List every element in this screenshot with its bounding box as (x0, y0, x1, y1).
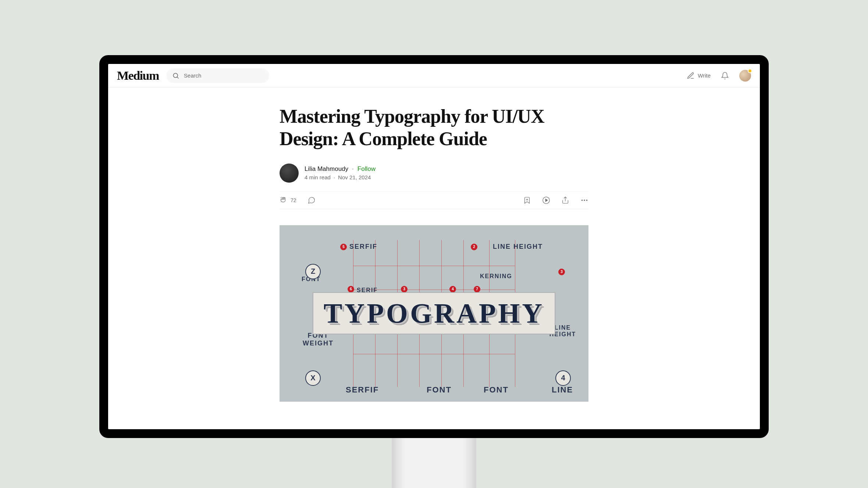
read-time: 4 min read (305, 174, 331, 180)
author-avatar[interactable] (280, 164, 299, 183)
svg-line-1 (177, 77, 179, 78)
write-button[interactable]: Write (687, 72, 711, 80)
bookmark-button[interactable] (523, 196, 531, 204)
bell-icon (721, 72, 729, 80)
svg-point-0 (173, 73, 178, 78)
follow-button[interactable]: Follow (357, 165, 376, 173)
article-scroll[interactable]: Mastering Typography for UI/UX Design: A… (108, 87, 760, 429)
logo[interactable]: Medium (117, 69, 159, 83)
comment-icon (307, 196, 316, 204)
screen: Medium Write (108, 64, 760, 429)
topbar: Medium Write (108, 64, 760, 87)
byline: Lilia Mahmoudy · Follow 4 min read · Nov… (280, 164, 588, 183)
clap-icon (280, 196, 288, 204)
write-icon (687, 72, 695, 80)
publish-date: Nov 21, 2024 (338, 174, 371, 180)
monitor-stand (392, 438, 476, 488)
hero-image: SERFIF LINE HEIGHT FONT SERIF KERNING FO… (280, 225, 588, 402)
engagement-bar: 72 (280, 191, 588, 209)
separator-dot: · (334, 174, 335, 180)
write-label: Write (698, 72, 711, 79)
more-button[interactable] (580, 196, 588, 204)
author-name[interactable]: Lilia Mahmoudy (305, 165, 348, 173)
monitor-frame: Medium Write (99, 55, 769, 438)
search-input[interactable] (184, 72, 263, 79)
more-icon (580, 196, 588, 204)
svg-point-8 (584, 200, 585, 201)
clap-count: 72 (291, 197, 296, 203)
search-icon (172, 72, 179, 79)
notifications-button[interactable] (721, 72, 729, 80)
share-button[interactable] (561, 196, 569, 204)
share-icon (561, 196, 569, 204)
search-box[interactable] (166, 68, 269, 83)
avatar-badge (748, 69, 752, 73)
svg-point-9 (586, 200, 588, 201)
svg-point-7 (581, 200, 583, 201)
svg-marker-5 (545, 199, 548, 201)
article: Mastering Typography for UI/UX Design: A… (280, 87, 588, 402)
listen-button[interactable] (542, 196, 550, 204)
topbar-actions: Write (687, 70, 751, 82)
bookmark-icon (523, 196, 531, 204)
hero-main-word: TYPOGRAPHY (313, 292, 555, 334)
comments-button[interactable] (307, 196, 316, 204)
article-title: Mastering Typography for UI/UX Design: A… (280, 105, 588, 150)
play-icon (542, 196, 550, 204)
separator-dot: · (352, 165, 354, 173)
profile-avatar[interactable] (739, 70, 751, 82)
clap-button[interactable]: 72 (280, 196, 296, 204)
